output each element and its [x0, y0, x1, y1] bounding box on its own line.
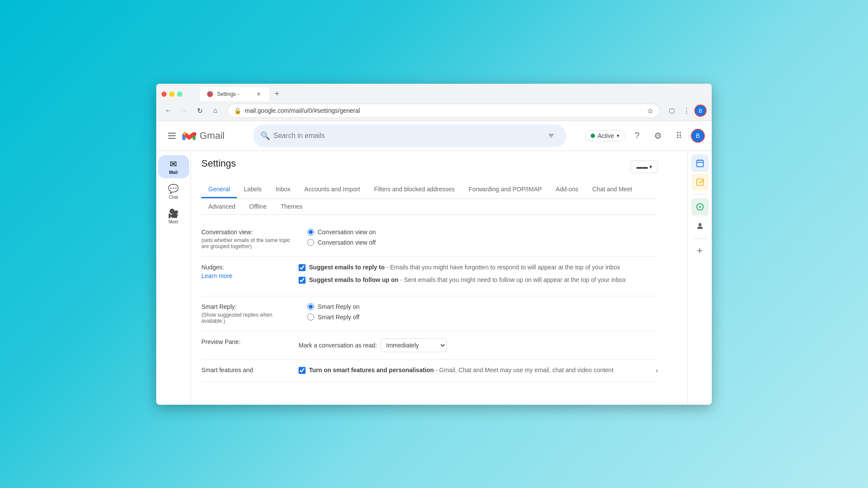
expand-smart-features-icon[interactable]: › — [656, 367, 658, 374]
preview-pane-control: Mark a conversation as read: Immediately… — [299, 338, 658, 352]
smart-reply-section: Smart Reply: (Show suggested replies whe… — [201, 296, 658, 331]
search-input[interactable] — [273, 132, 540, 140]
smart-features-label: Smart features and — [201, 367, 288, 373]
nudges-label: Nudges: Learn more — [201, 264, 288, 279]
meet-icon: 🎥 — [168, 208, 179, 219]
right-sidebar-divider-2 — [693, 238, 707, 239]
smart-reply-on-radio[interactable] — [307, 303, 314, 310]
sidebar-item-meet[interactable]: 🎥 Meet — [158, 205, 189, 228]
gmail-main-content: Settings ▬▬ ▾ General Labels Inbox Accou… — [191, 151, 687, 405]
right-sidebar-divider — [693, 194, 707, 195]
sub-tab-themes[interactable]: Themes — [274, 199, 310, 214]
user-avatar[interactable]: B — [691, 129, 705, 143]
browser-profile-avatar[interactable]: B — [694, 105, 707, 117]
star-icon[interactable]: ☆ — [647, 107, 653, 115]
nudges-learn-more-link[interactable]: Learn more — [201, 272, 233, 279]
search-icon: 🔍 — [260, 131, 270, 141]
svg-rect-3 — [697, 160, 703, 167]
svg-point-9 — [698, 223, 701, 226]
help-button[interactable]: ? — [628, 127, 646, 144]
tab-addons[interactable]: Add-ons — [549, 181, 585, 198]
tab-chat-meet[interactable]: Chat and Meet — [585, 181, 639, 198]
todo-sidebar-button[interactable] — [691, 198, 709, 216]
minimize-window-button[interactable] — [169, 92, 174, 97]
extensions-button[interactable]: ⬡ — [665, 104, 679, 118]
sub-tab-advanced[interactable]: Advanced — [201, 199, 242, 214]
status-pill[interactable]: Active ▾ — [585, 130, 625, 141]
status-chevron-icon: ▾ — [617, 133, 619, 139]
calendar-sidebar-button[interactable] — [691, 154, 709, 172]
active-tab[interactable]: Settings - ✕ — [200, 87, 269, 101]
contacts-sidebar-button[interactable] — [691, 217, 709, 235]
search-bar[interactable]: 🔍 — [253, 124, 566, 147]
address-bar[interactable]: 🔒 ☆ — [227, 104, 660, 118]
smart-features-checkbox[interactable] — [299, 367, 306, 374]
view-toggle-button[interactable]: ▬▬ ▾ — [631, 160, 658, 173]
smart-reply-on-option[interactable]: Smart Reply on — [307, 303, 658, 310]
header-right: Active ▾ ? ⚙ ⠿ B — [585, 127, 705, 144]
sidebar-item-mail[interactable]: ✉ Mail — [158, 155, 189, 178]
tab-forwarding[interactable]: Forwarding and POP/IMAP — [462, 181, 549, 198]
sub-tab-offline[interactable]: Offline — [242, 199, 273, 214]
nudge-followup-checkbox[interactable] — [299, 277, 306, 284]
conversation-view-on-radio[interactable] — [307, 229, 314, 236]
conversation-view-section: Conversation view: (sets whether emails … — [201, 222, 658, 257]
add-sidebar-button[interactable]: + — [691, 242, 709, 259]
preview-pane-section: Preview Pane: Mark a conversation as rea… — [201, 331, 658, 360]
smart-reply-control: Smart Reply on Smart Reply off — [307, 303, 658, 324]
gmail-logo-icon — [182, 131, 196, 141]
tab-filters[interactable]: Filters and blocked addresses — [367, 181, 462, 198]
sidebar-item-chat[interactable]: 💬 Chat — [158, 180, 189, 203]
smart-features-control: Turn on smart features and personalisati… — [299, 367, 658, 374]
chat-icon: 💬 — [168, 183, 179, 194]
settings-tabs: General Labels Inbox Accounts and Import… — [201, 181, 658, 199]
nudge-followup-option[interactable]: Suggest emails to follow up on - Sent em… — [299, 276, 658, 284]
preview-pane-label: Preview Pane: — [201, 338, 288, 345]
tab-inbox[interactable]: Inbox — [269, 181, 297, 198]
tab-close-button[interactable]: ✕ — [255, 91, 262, 98]
new-tab-button[interactable]: + — [271, 88, 283, 100]
tasks-sidebar-button[interactable] — [691, 174, 709, 191]
gmail-logo-area: Gmail — [163, 127, 250, 144]
forward-button[interactable]: → — [177, 104, 191, 118]
tab-title: Settings - — [217, 91, 252, 97]
settings-content: Settings ▬▬ ▾ General Labels Inbox Accou… — [191, 151, 668, 389]
sidebar-item-chat-label: Chat — [169, 195, 178, 200]
nudge-reply-option[interactable]: Suggest emails to reply to - Emails that… — [299, 264, 658, 271]
mark-as-read-select[interactable]: Immediately After 1 second After 3 secon… — [381, 338, 447, 352]
conversation-view-off-radio[interactable] — [307, 239, 314, 246]
settings-page-title: Settings — [201, 158, 236, 169]
address-input[interactable] — [245, 107, 644, 114]
close-window-button[interactable] — [161, 92, 167, 97]
smart-reply-off-radio[interactable] — [307, 314, 314, 321]
browser-menu-button[interactable]: ⋮ — [680, 104, 694, 118]
tab-general[interactable]: General — [201, 181, 237, 198]
settings-sub-tabs: Advanced Offline Themes — [201, 199, 658, 215]
back-button[interactable]: ← — [161, 104, 175, 118]
home-button[interactable]: ⌂ — [208, 104, 222, 118]
tab-labels[interactable]: Labels — [237, 181, 269, 198]
apps-button[interactable]: ⠿ — [670, 127, 687, 144]
nudges-section: Nudges: Learn more Suggest emails to rep… — [201, 257, 658, 296]
tab-bar: Settings - ✕ + — [194, 87, 288, 101]
smart-reply-off-option[interactable]: Smart Reply off — [307, 314, 658, 321]
smart-features-section: Smart features and Turn on smart feature… — [201, 360, 658, 382]
maximize-window-button[interactable] — [177, 92, 182, 97]
smart-features-option[interactable]: Turn on smart features and personalisati… — [299, 367, 614, 374]
browser-window: Settings - ✕ + ← → ↻ ⌂ 🔒 ☆ ⬡ ⋮ B — [156, 84, 712, 405]
smart-reply-sublabel: (Show suggested replies when available.) — [201, 312, 297, 324]
smart-reply-label: Smart Reply: (Show suggested replies whe… — [201, 303, 297, 324]
window-controls — [161, 92, 182, 97]
gmail-app: Gmail 🔍 Active ▾ — [156, 121, 712, 405]
settings-button[interactable]: ⚙ — [649, 127, 667, 144]
gmail-header: Gmail 🔍 Active ▾ — [156, 121, 712, 151]
tab-accounts[interactable]: Accounts and Import — [297, 181, 367, 198]
conversation-view-on-option[interactable]: Conversation view on — [307, 229, 658, 236]
reload-button[interactable]: ↻ — [193, 104, 207, 118]
status-indicator — [591, 134, 595, 138]
conversation-view-sublabel: (sets whether emails of the same topic a… — [201, 237, 297, 249]
conversation-view-off-option[interactable]: Conversation view off — [307, 239, 658, 246]
hamburger-menu-button[interactable] — [163, 127, 181, 144]
nudge-reply-checkbox[interactable] — [299, 264, 306, 271]
search-filter-button[interactable] — [543, 128, 559, 144]
